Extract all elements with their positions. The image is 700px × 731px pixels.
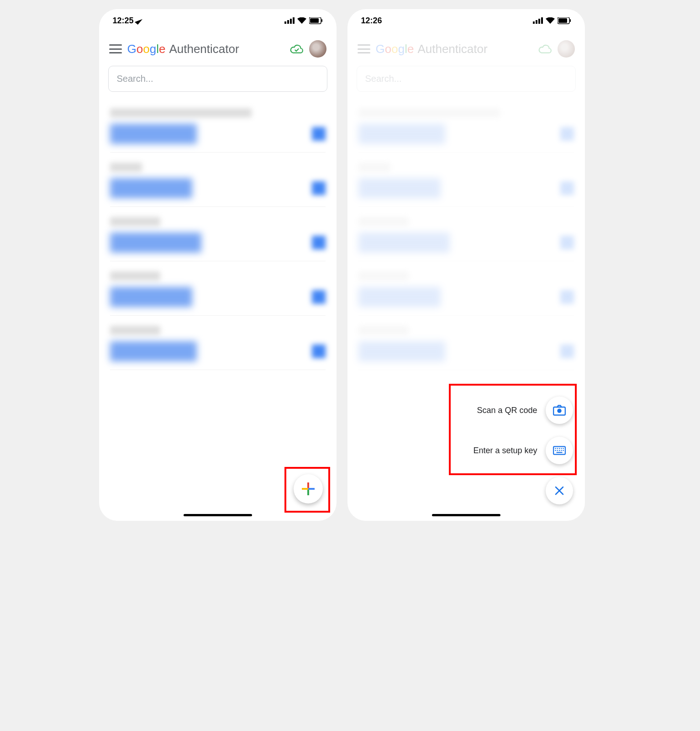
cellular-signal-icon — [284, 17, 295, 24]
close-fab-menu[interactable] — [546, 477, 573, 504]
account-item[interactable] — [110, 316, 326, 370]
status-time: 12:26 — [361, 16, 382, 26]
account-item[interactable] — [110, 207, 326, 261]
cloud-sync-icon[interactable] — [290, 44, 304, 54]
close-icon — [546, 477, 573, 504]
battery-icon — [558, 17, 571, 24]
code-timer-icon — [312, 344, 326, 358]
annotation-highlight-fab — [284, 467, 330, 513]
google-logo-text: Google — [127, 42, 166, 56]
account-item[interactable] — [110, 98, 326, 153]
location-services-icon — [134, 16, 142, 25]
svg-rect-3 — [293, 17, 295, 24]
hamburger-menu-icon[interactable] — [109, 44, 122, 53]
cellular-signal-icon — [533, 17, 543, 24]
profile-avatar[interactable] — [309, 40, 326, 58]
wifi-icon — [297, 17, 306, 24]
svg-rect-9 — [538, 19, 540, 24]
annotation-highlight-menu — [449, 384, 577, 475]
status-bar: 12:25 — [99, 9, 337, 32]
account-name-blurred — [110, 271, 160, 281]
home-indicator[interactable] — [184, 514, 252, 516]
status-time: 12:25 — [113, 16, 134, 26]
code-timer-icon — [312, 236, 326, 249]
account-code-blurred — [110, 233, 201, 253]
svg-rect-12 — [558, 18, 567, 23]
search-input[interactable]: Search... — [108, 66, 327, 92]
status-right-icons — [533, 17, 571, 24]
wifi-icon — [546, 17, 555, 24]
screenshot-left: 12:25 Google Authenticator Search... — [99, 9, 337, 521]
account-name-blurred — [110, 326, 160, 335]
svg-rect-10 — [541, 17, 543, 24]
svg-rect-5 — [310, 18, 319, 23]
account-name-blurred — [110, 217, 160, 226]
search-placeholder: Search... — [117, 74, 153, 84]
code-timer-icon — [312, 290, 326, 304]
svg-rect-1 — [287, 20, 289, 24]
svg-rect-6 — [321, 19, 322, 22]
status-bar: 12:26 — [347, 9, 585, 32]
screenshot-right: 12:26 Google Authenticator Search... Sca… — [347, 9, 585, 521]
code-timer-icon — [312, 127, 326, 141]
svg-rect-13 — [570, 19, 571, 22]
home-indicator[interactable] — [432, 514, 500, 516]
code-timer-icon — [312, 181, 326, 195]
account-item[interactable] — [110, 153, 326, 207]
account-list — [99, 98, 337, 370]
battery-icon — [309, 17, 323, 24]
account-item[interactable] — [110, 261, 326, 316]
svg-rect-8 — [536, 20, 537, 24]
app-name: Authenticator — [169, 42, 239, 56]
svg-rect-0 — [284, 21, 286, 24]
account-name-blurred — [110, 108, 252, 117]
account-code-blurred — [110, 287, 192, 307]
svg-rect-7 — [533, 21, 535, 24]
app-header: Google Authenticator — [99, 32, 337, 62]
account-code-blurred — [110, 341, 197, 361]
status-right-icons — [284, 17, 323, 24]
svg-rect-2 — [290, 19, 292, 24]
account-code-blurred — [110, 178, 192, 198]
app-title: Google Authenticator — [127, 42, 284, 56]
account-code-blurred — [110, 124, 197, 144]
account-name-blurred — [110, 163, 142, 172]
